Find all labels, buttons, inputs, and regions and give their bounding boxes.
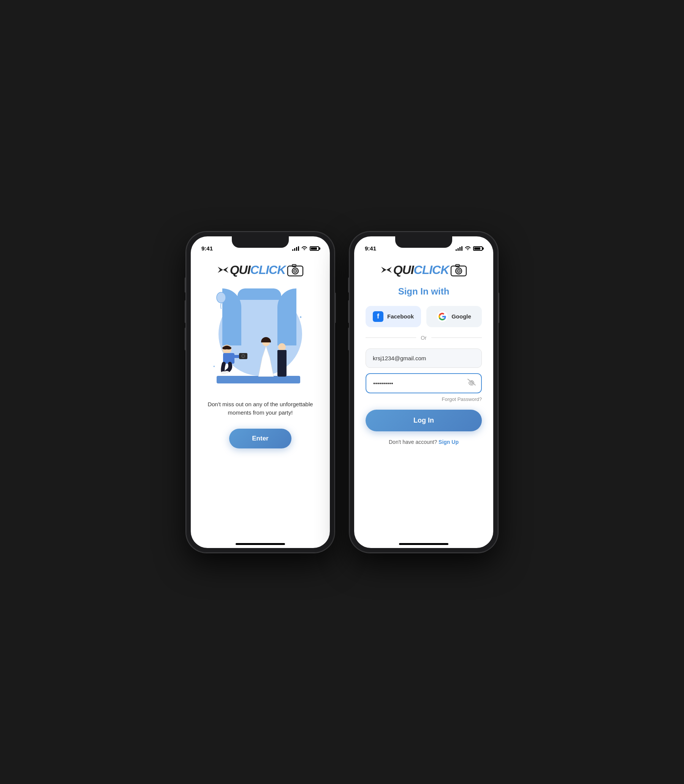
home-indicator-1 — [236, 543, 285, 545]
svg-point-14 — [216, 292, 226, 303]
or-text: Or — [421, 335, 427, 341]
phones-container: 9:41 — [186, 232, 498, 553]
google-button[interactable]: Google — [426, 306, 482, 327]
sparkle-1: ✦ — [232, 296, 235, 300]
enter-button[interactable]: Enter — [229, 429, 291, 448]
wings-icon-2 — [381, 265, 392, 274]
sign-in-title: Sign In with — [398, 286, 450, 297]
bride — [256, 339, 276, 377]
screen-1-content: QUICLICK — [191, 255, 330, 540]
home-indicator-2 — [399, 543, 448, 545]
battery-icon-1 — [310, 246, 319, 251]
sparkle-2: ✦ — [299, 315, 302, 319]
logo-qui-2: QUI — [393, 263, 414, 277]
photographer-svg — [215, 342, 250, 376]
wifi-icon-1 — [301, 245, 307, 251]
wifi-icon-2 — [465, 245, 471, 251]
signal-icon-2 — [456, 246, 463, 251]
notch-2 — [395, 236, 452, 248]
no-account-text: Don't have account? — [389, 439, 437, 445]
facebook-label: Facebook — [387, 313, 414, 319]
divider-left — [366, 337, 416, 338]
couple — [256, 339, 287, 377]
battery-icon-2 — [473, 246, 482, 251]
email-input[interactable] — [366, 348, 482, 368]
phone-1-screen: 9:41 — [191, 236, 330, 548]
signal-icon-1 — [292, 246, 299, 251]
logo-2: QUICLICK — [381, 263, 468, 277]
logo-qui-1: QUI — [230, 263, 250, 277]
status-icons-1 — [292, 245, 319, 251]
time-1: 9:41 — [202, 245, 213, 252]
logo-text-1: QUICLICK — [217, 263, 304, 277]
bride-head — [262, 339, 270, 346]
sparkle-3: ✦ — [213, 365, 215, 368]
photographer — [215, 342, 250, 377]
svg-point-13 — [224, 371, 229, 373]
svg-point-19 — [458, 271, 460, 272]
svg-point-11 — [242, 355, 244, 357]
phone-2-screen: 9:41 — [354, 236, 493, 548]
illustration: ✦ ✦ ✦ — [211, 285, 310, 391]
logo-click-1: CLICK — [250, 263, 286, 277]
google-label: Google — [452, 313, 471, 319]
time-2: 9:41 — [365, 245, 376, 252]
wings-icon-1 — [217, 265, 229, 274]
password-container — [366, 373, 482, 393]
eye-off-icon[interactable] — [468, 379, 476, 388]
facebook-icon: f — [373, 311, 384, 322]
balloon — [215, 292, 227, 312]
forgot-password-link[interactable]: Forgot Password? — [442, 396, 482, 402]
groom — [277, 343, 287, 377]
arch-top — [237, 289, 281, 300]
camera-icon-2 — [450, 263, 467, 277]
camera-icon-1 — [287, 263, 303, 277]
logo-click-2: CLICK — [414, 263, 449, 277]
balloon-svg — [215, 292, 227, 310]
social-buttons: f Facebook Google — [366, 306, 482, 327]
notch-1 — [232, 236, 289, 248]
phone-2: 9:41 — [350, 232, 498, 553]
signup-prompt: Don't have account? Sign Up — [389, 439, 459, 445]
google-icon — [437, 311, 448, 322]
logo-1: QUICLICK — [217, 263, 304, 277]
groom-head — [278, 343, 286, 351]
password-input[interactable] — [366, 373, 482, 393]
login-button[interactable]: Log In — [366, 410, 482, 431]
description-text: Don't miss out on any of the unforgettab… — [202, 400, 318, 417]
status-icons-2 — [456, 245, 482, 251]
divider-right — [431, 337, 482, 338]
or-divider: Or — [366, 335, 482, 341]
groom-suit — [277, 350, 287, 377]
login-screen-content: QUICLICK Sign In with — [354, 255, 493, 540]
svg-marker-5 — [258, 346, 274, 377]
signup-link[interactable]: Sign Up — [439, 439, 459, 445]
bride-dress — [256, 346, 276, 377]
phone-1: 9:41 — [186, 232, 334, 553]
facebook-button[interactable]: f Facebook — [366, 306, 421, 327]
svg-point-4 — [295, 271, 296, 272]
logo-text-2: QUICLICK — [381, 263, 468, 277]
